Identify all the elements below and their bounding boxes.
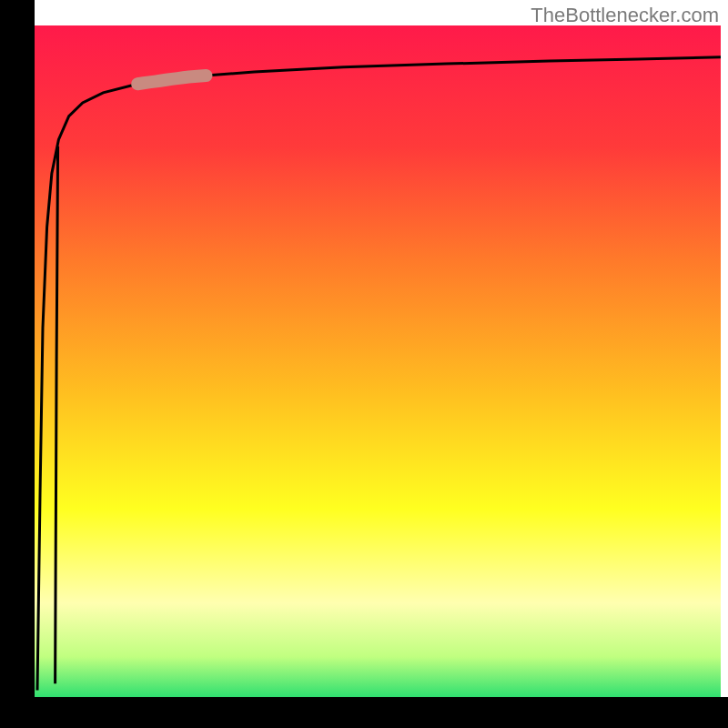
chart-svg xyxy=(0,0,728,728)
axis-left xyxy=(0,0,35,728)
axis-bottom xyxy=(0,697,728,728)
curve-highlight xyxy=(137,76,206,84)
plot-background xyxy=(35,25,721,697)
chart-container: TheBottlenecker.com xyxy=(0,0,728,728)
watermark-text: TheBottlenecker.com xyxy=(531,4,719,27)
